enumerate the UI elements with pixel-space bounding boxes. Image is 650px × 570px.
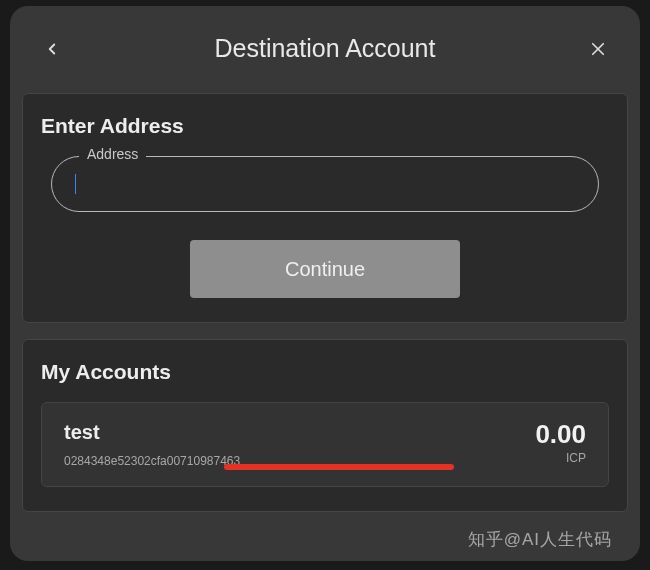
modal-title: Destination Account (66, 34, 584, 63)
account-row[interactable]: test 0284348e52302cfa00710987463 0.00 IC… (41, 402, 609, 487)
account-balance: 0.00 (535, 421, 586, 447)
address-field-wrap: Address (51, 156, 599, 212)
close-icon (589, 40, 607, 58)
enter-address-panel: Enter Address Address Continue (22, 93, 628, 323)
account-balance-block: 0.00 ICP (523, 421, 586, 465)
address-field-label: Address (79, 146, 146, 162)
back-button[interactable] (38, 35, 66, 63)
my-accounts-title: My Accounts (41, 360, 609, 384)
address-input[interactable] (51, 156, 599, 212)
account-info: test 0284348e52302cfa00710987463 (64, 421, 523, 468)
text-cursor (75, 174, 76, 194)
redaction-mark (224, 464, 454, 470)
close-button[interactable] (584, 35, 612, 63)
watermark-text: 知乎@AI人生代码 (468, 528, 612, 551)
enter-address-title: Enter Address (41, 114, 609, 138)
modal-header: Destination Account (10, 6, 640, 83)
my-accounts-panel: My Accounts test 0284348e52302cfa0071098… (22, 339, 628, 512)
continue-button[interactable]: Continue (190, 240, 460, 298)
account-name: test (64, 421, 523, 444)
destination-account-modal: Destination Account Enter Address Addres… (10, 6, 640, 561)
chevron-left-icon (43, 40, 61, 58)
account-currency: ICP (535, 451, 586, 465)
